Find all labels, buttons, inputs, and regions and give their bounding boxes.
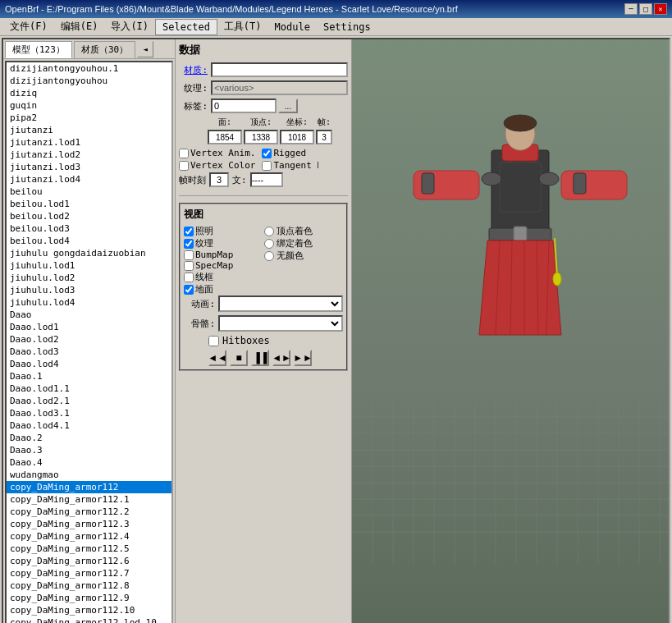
metrics-header: 面: 顶点: 坐标: 帧: — [179, 117, 348, 128]
vertex-anim-checkbox[interactable]: Vertex Anim. — [179, 148, 255, 158]
list-item[interactable]: copy_DaMing_armor112.1 — [7, 493, 171, 506]
pause-button[interactable]: ▐▐ — [251, 350, 269, 366]
list-item[interactable]: pipa2 — [7, 112, 171, 124]
frame-value[interactable] — [316, 130, 332, 144]
frame-row: 帧时刻 文: — [179, 172, 348, 187]
list-item[interactable]: jiuhulu.lod2 — [7, 272, 171, 284]
vertex-value[interactable] — [244, 130, 278, 144]
list-item[interactable]: beilou.lod1 — [7, 198, 171, 210]
text-value-input[interactable] — [250, 172, 283, 187]
lighting-checkbox[interactable]: 照明 — [184, 225, 258, 237]
menu-tools[interactable]: 工具(T) — [217, 18, 268, 35]
list-item[interactable]: jiuhulu.lod4 — [7, 296, 171, 309]
list-item[interactable]: jiuhulu.lod1 — [7, 259, 171, 272]
texture-checkbox[interactable]: 纹理 — [184, 237, 258, 250]
list-item[interactable]: copy_DaMing_armor112.10 — [7, 604, 171, 616]
list-item-selected[interactable]: copy_DaMing_armor112 — [7, 481, 171, 493]
list-item[interactable]: wudangmao — [7, 469, 171, 481]
list-item[interactable]: Daao.2 — [7, 432, 171, 444]
model-list[interactable]: dizijiantongyouhou.1 dizijiantongyouhou … — [5, 61, 173, 623]
list-item[interactable]: copy_DaMing_armor112.4 — [7, 530, 171, 543]
list-item[interactable]: Daao.lod4.1 — [7, 419, 171, 432]
content-area: 模型（123） 材质（30） ◄ dizijiantongyouhou.1 di… — [2, 38, 670, 623]
tangent-dir-checkbox[interactable]: Tangent Dir — [262, 160, 318, 171]
list-item[interactable]: copy_DaMing_armor112.6 — [7, 555, 171, 567]
list-item[interactable]: Daao.lod3 — [7, 346, 171, 358]
list-item[interactable]: guqin — [7, 99, 171, 112]
wireframe-checkbox[interactable]: 线框 — [184, 271, 258, 283]
menu-selected[interactable]: Selected — [155, 19, 217, 35]
step-frame-button[interactable]: ◄► — [272, 350, 290, 366]
tag-btn[interactable]: ... — [278, 98, 298, 113]
vertex-color-radio[interactable]: 顶点着色 — [264, 225, 343, 237]
list-item[interactable]: jiuhulu gongdaidaizuobian — [7, 247, 171, 259]
ground-checkbox[interactable]: 地面 — [184, 283, 258, 295]
hitboxes-checkbox[interactable] — [208, 336, 219, 346]
list-item[interactable]: jiutanzi.lod1 — [7, 136, 171, 149]
list-item[interactable]: jiutanzi.lod4 — [7, 173, 171, 186]
menu-module[interactable]: Module — [268, 20, 317, 34]
list-item[interactable]: beilou — [7, 186, 171, 198]
list-item[interactable]: diziq — [7, 87, 171, 99]
tag-input[interactable] — [211, 98, 277, 113]
list-item[interactable]: Daao.3 — [7, 444, 171, 456]
menu-edit[interactable]: 编辑(E) — [54, 18, 105, 35]
tab-model[interactable]: 模型（123） — [5, 41, 72, 58]
prev-frame-button[interactable]: ◄◄ — [208, 350, 226, 366]
list-item[interactable]: Daao.lod2 — [7, 333, 171, 346]
rigged-checkbox[interactable]: Rigged — [262, 148, 306, 158]
specmap-checkbox[interactable]: SpecMap — [184, 260, 258, 271]
svg-point-30 — [504, 115, 537, 131]
list-item[interactable]: Daao.1 — [7, 370, 171, 383]
list-item[interactable]: jiutanzi.lod3 — [7, 161, 171, 173]
face-value[interactable] — [208, 130, 242, 144]
list-item[interactable]: copy_DaMing_armor112.2 — [7, 506, 171, 518]
list-item[interactable]: Daao.4 — [7, 456, 171, 469]
bone-color-radio[interactable]: 绑定着色 — [264, 237, 343, 250]
viewport-panel[interactable] — [352, 39, 669, 623]
list-item[interactable]: jiutanzi.lod2 — [7, 149, 171, 161]
material-label[interactable]: 材质: — [179, 64, 208, 76]
list-item[interactable]: jiuhulu.lod3 — [7, 284, 171, 296]
no-color-radio[interactable]: 无颜色 — [264, 250, 343, 262]
list-item[interactable]: beilou.lod4 — [7, 235, 171, 247]
stop-button[interactable]: ■ — [230, 350, 248, 366]
list-item[interactable]: Daao — [7, 309, 171, 321]
vertex-color-checkbox[interactable]: Vertex Color — [179, 160, 255, 171]
list-item[interactable]: jiutanzi — [7, 124, 171, 136]
next-frame-button[interactable]: ►► — [294, 350, 312, 366]
list-item[interactable]: beilou.lod3 — [7, 222, 171, 235]
list-item[interactable]: copy_DaMing_armor112.5 — [7, 543, 171, 555]
list-item[interactable]: Daao.lod4 — [7, 358, 171, 370]
list-item[interactable]: copy_DaMing_armor112.lod.10 — [7, 616, 171, 623]
viewport-3d[interactable] — [352, 39, 669, 623]
texture-input[interactable] — [211, 80, 348, 95]
menu-settings[interactable]: Settings — [317, 20, 377, 34]
material-input[interactable] — [211, 62, 348, 77]
list-item[interactable]: copy_DaMing_armor112.8 — [7, 579, 171, 592]
tab-material[interactable]: 材质（30） — [74, 41, 135, 58]
minimize-button[interactable]: ─ — [624, 3, 638, 15]
list-item[interactable]: dizijiantongyouhou.1 — [7, 62, 171, 75]
list-item[interactable]: dizijiantongyouhou — [7, 75, 171, 87]
frame-time-input[interactable] — [209, 172, 229, 187]
bone-select[interactable] — [218, 315, 343, 332]
separator — [179, 195, 348, 196]
list-item[interactable]: copy_DaMing_armor112.7 — [7, 567, 171, 579]
panel-collapse-button[interactable]: ◄ — [137, 41, 153, 57]
coord-value[interactable] — [280, 130, 314, 144]
maximize-button[interactable]: □ — [639, 3, 652, 15]
menu-file[interactable]: 文件(F) — [3, 18, 54, 35]
list-item[interactable]: Daao.lod2.1 — [7, 395, 171, 407]
list-item[interactable]: Daao.lod1 — [7, 321, 171, 333]
animation-select[interactable] — [218, 295, 343, 312]
list-item[interactable]: Daao.lod3.1 — [7, 407, 171, 419]
list-item[interactable]: copy_DaMing_armor112.3 — [7, 518, 171, 530]
bumpmap-checkbox[interactable]: BumpMap — [184, 250, 258, 260]
texture-row: 纹理: — [179, 80, 348, 95]
list-item[interactable]: beilou.lod2 — [7, 210, 171, 222]
list-item[interactable]: copy_DaMing_armor112.9 — [7, 592, 171, 604]
close-button[interactable]: ✕ — [654, 3, 667, 15]
list-item[interactable]: Daao.lod1.1 — [7, 383, 171, 395]
menu-import[interactable]: 导入(I) — [104, 18, 155, 35]
